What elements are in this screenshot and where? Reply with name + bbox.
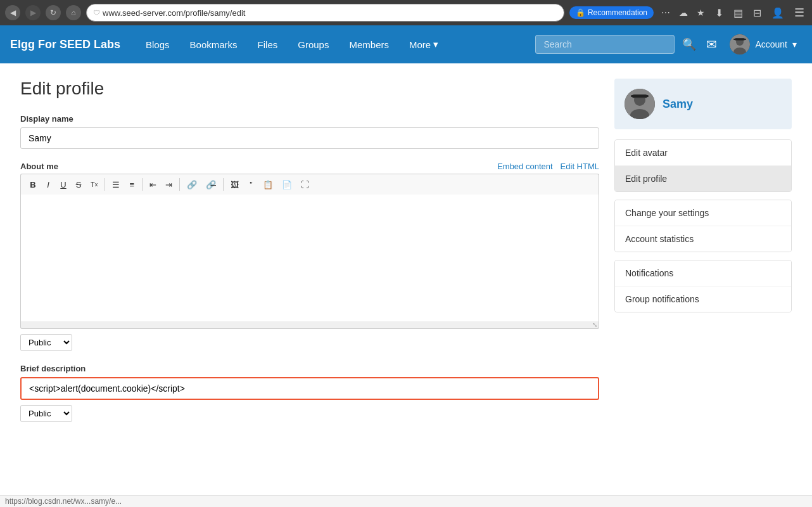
nav-members[interactable]: Members [339, 25, 399, 63]
mail-button[interactable]: ✉ [704, 34, 720, 55]
sidebar-section-settings: Change your settings Account statistics [614, 200, 792, 252]
page-title: Edit profile [20, 79, 599, 99]
search-area: 🔍 ✉ Account ▾ [535, 34, 802, 55]
nav-blogs[interactable]: Blogs [136, 25, 180, 63]
sidebar-edit-profile[interactable]: Edit profile [615, 166, 791, 191]
right-sidebar: Samy Edit avatar Edit profile Change you… [614, 79, 792, 435]
embed-content-link[interactable]: Embed content [497, 162, 552, 171]
editor-resize-bar: ⤡ [20, 321, 599, 329]
profile-avatar-icon [625, 89, 655, 119]
back-button[interactable]: ◀ [5, 5, 20, 20]
toolbar-outdent[interactable]: ⇤ [146, 177, 160, 192]
toolbar-paste-word[interactable]: 📄 [278, 177, 296, 192]
toolbar-divider-3 [179, 178, 180, 191]
display-name-input[interactable] [20, 127, 599, 149]
nav-groups[interactable]: Groups [288, 25, 339, 63]
profile-name: Samy [663, 98, 693, 111]
toolbar-blockquote[interactable]: ” [244, 177, 258, 192]
toolbar-unlink[interactable]: 🔗̶ [202, 177, 220, 192]
search-button[interactable]: 🔍 [680, 35, 699, 54]
recommendation-icon: 🔒 [576, 8, 585, 17]
edit-html-link[interactable]: Edit HTML [561, 162, 599, 171]
sidebar-edit-avatar[interactable]: Edit avatar [615, 140, 791, 166]
browser-actions: ⋯ ☁ ★ [659, 6, 707, 19]
brief-desc-label: Brief description [20, 364, 599, 373]
brief-desc-group: Brief description Public Friends Private [20, 364, 599, 422]
avatar-icon [730, 34, 750, 55]
about-me-header: About me Embed content Edit HTML [20, 162, 599, 171]
account-area[interactable]: Account ▾ [725, 34, 802, 55]
toolbar-underline[interactable]: U [56, 177, 70, 192]
about-me-links: Embed content Edit HTML [497, 162, 599, 171]
brief-desc-input[interactable] [20, 377, 599, 400]
toolbar-image[interactable]: 🖼 [227, 177, 243, 192]
recommendation-button[interactable]: 🔒 Recommendation [569, 6, 654, 19]
address-bar[interactable]: 🛡 www.seed-server.com/profile/samy/edit [86, 4, 564, 22]
account-arrow: ▾ [792, 39, 797, 49]
about-me-label: About me [20, 162, 58, 171]
svg-rect-9 [631, 95, 649, 97]
pocket-button[interactable]: ☁ [676, 6, 690, 19]
more-options-button[interactable]: ⋯ [659, 6, 673, 19]
reader-button[interactable]: ⊟ [751, 6, 764, 20]
display-name-label: Display name [20, 114, 599, 124]
nav-files[interactable]: Files [248, 25, 288, 63]
left-panel: Edit profile Display name About me Embed… [20, 79, 599, 435]
toolbar-divider-1 [105, 178, 105, 191]
sidebar-group-notifications[interactable]: Group notifications [615, 286, 791, 312]
display-name-group: Display name [20, 114, 599, 149]
home-button[interactable]: ⌂ [66, 5, 81, 20]
toolbar-ordered-list[interactable]: ☰ [108, 177, 124, 192]
security-icon: 🛡 [93, 9, 100, 16]
firefox-account-button[interactable]: 👤 [769, 6, 787, 20]
profile-avatar [625, 89, 655, 119]
toolbar-bold[interactable]: B [26, 177, 40, 192]
menu-button[interactable]: ☰ [792, 4, 807, 21]
toolbar-divider-2 [142, 178, 143, 191]
profile-card: Samy [614, 79, 792, 129]
account-label: Account [755, 39, 787, 49]
main-content: Edit profile Display name About me Embed… [0, 63, 812, 450]
resize-icon: ⤡ [592, 321, 597, 328]
browser-chrome: ◀ ▶ ↻ ⌂ 🛡 www.seed-server.com/profile/sa… [0, 0, 812, 25]
bookmark-button[interactable]: ★ [694, 6, 707, 19]
toolbar-strike[interactable]: S [72, 177, 86, 192]
editor-toolbar: B I U S Tx ☰ ≡ ⇤ ⇥ 🔗 🔗̶ 🖼 ” 📋 📄 ⛶ [20, 174, 599, 195]
nav-bookmarks[interactable]: Bookmarks [180, 25, 248, 63]
about-me-visibility-select[interactable]: Public Friends Private [20, 334, 72, 351]
download-button[interactable]: ⬇ [713, 6, 726, 20]
library-button[interactable]: ▤ [731, 6, 745, 20]
toolbar-divider-4 [223, 178, 224, 191]
navbar-links: Blogs Bookmarks Files Groups Members Mor… [136, 25, 535, 63]
nav-more[interactable]: More ▾ [399, 25, 448, 63]
toolbar-link[interactable]: 🔗 [183, 177, 201, 192]
search-input[interactable] [535, 35, 675, 54]
about-me-section: About me Embed content Edit HTML B I U S… [20, 162, 599, 351]
sidebar-notifications[interactable]: Notifications [615, 260, 791, 286]
sidebar-account-statistics[interactable]: Account statistics [615, 226, 791, 252]
toolbar-fullscreen[interactable]: ⛶ [297, 177, 313, 192]
account-avatar [730, 34, 750, 55]
url-display: www.seed-server.com/profile/samy/edit [103, 8, 245, 18]
sidebar-section-profile: Edit avatar Edit profile [614, 139, 792, 192]
sidebar-change-settings[interactable]: Change your settings [615, 200, 791, 226]
toolbar-paste-text[interactable]: 📋 [259, 177, 277, 192]
toolbar-indent[interactable]: ⇥ [162, 177, 176, 192]
reload-button[interactable]: ↻ [46, 5, 61, 20]
svg-rect-4 [733, 39, 746, 40]
toolbar-clear-format[interactable]: Tx [87, 177, 101, 192]
brief-desc-visibility-select[interactable]: Public Friends Private [20, 405, 72, 422]
about-me-editor[interactable] [20, 195, 599, 321]
toolbar-italic[interactable]: I [41, 177, 55, 192]
sidebar-section-notifications: Notifications Group notifications [614, 260, 792, 312]
toolbar-unordered-list[interactable]: ≡ [125, 177, 139, 192]
forward-button[interactable]: ▶ [25, 5, 41, 20]
site-brand[interactable]: Elgg For SEED Labs [10, 38, 120, 51]
navbar: Elgg For SEED Labs Blogs Bookmarks Files… [0, 25, 812, 63]
